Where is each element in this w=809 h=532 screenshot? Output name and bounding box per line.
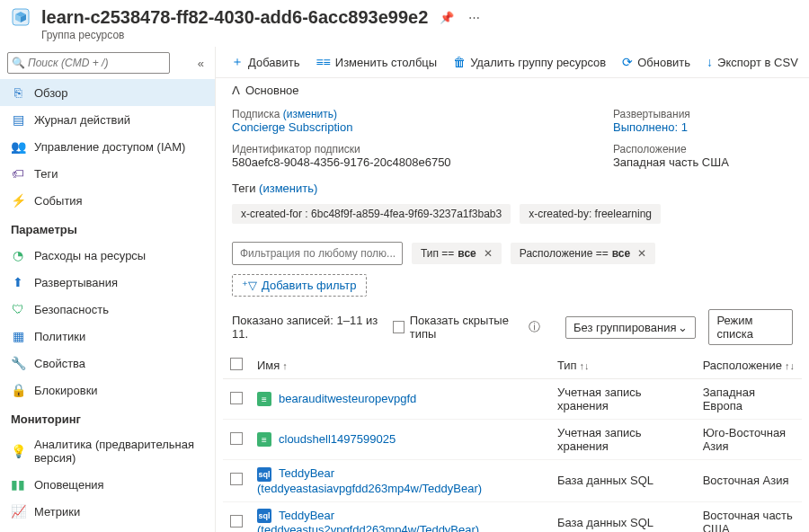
sidebar-item[interactable]: ⎘Обзор [0, 79, 215, 106]
essentials-toggle[interactable]: ᐱОсновное [232, 84, 793, 97]
sidebar-item[interactable]: ⚙Параметры диагностики [0, 525, 215, 532]
nav-section-monitoring: Мониторинг [0, 403, 215, 431]
resource-name-link[interactable]: bearauditwesteuropevpgfd [279, 392, 416, 405]
sidebar-item[interactable]: 🛡Безопасность [0, 296, 215, 323]
collapse-sidebar-icon[interactable]: « [194, 55, 208, 72]
sidebar-item[interactable]: 🔧Свойства [0, 350, 215, 377]
sidebar-item-label: Обзор [34, 86, 68, 100]
row-checkbox[interactable] [230, 432, 243, 445]
sidebar-item[interactable]: ⬆Развертывания [0, 269, 215, 296]
record-count: Показано записей: 1–11 из 11. [232, 314, 380, 341]
row-checkbox[interactable] [230, 515, 243, 528]
close-icon[interactable]: ✕ [484, 247, 493, 260]
download-icon: ↓ [707, 55, 713, 69]
filter-pill-location[interactable]: Расположение == все✕ [511, 243, 655, 264]
sidebar-item[interactable]: ⚡События [0, 187, 215, 214]
toolbar-add[interactable]: ＋Добавить [225, 50, 306, 74]
resource-location: Юго-Восточная Азия [696, 420, 802, 460]
sidebar-item-label: Аналитика (предварительная версия) [34, 438, 204, 465]
sidebar-item[interactable]: ▤Журнал действий [0, 106, 215, 133]
toolbar-edit-columns[interactable]: ≡≡Изменить столбцы [309, 51, 443, 73]
resource-type: Учетная запись хранения [550, 420, 696, 460]
sidebar-item[interactable]: ▦Политики [0, 323, 215, 350]
pin-icon[interactable]: 📌 [437, 8, 457, 27]
locks-icon: 🔒 [11, 383, 25, 397]
resource-name-link[interactable]: cloudshell1497599025 [279, 432, 396, 446]
tag-pill[interactable]: x-created-for : 6bc48f9f-a859-4fea-9f69-… [232, 204, 511, 224]
refresh-icon: ⟳ [622, 55, 633, 69]
resource-name-link[interactable]: TeddyBear (teddyeastasiavpgfdd263mp4w/Te… [257, 466, 482, 495]
row-checkbox[interactable] [230, 392, 243, 404]
sidebar-item-label: Управление доступом (IAM) [34, 140, 185, 154]
log-icon: ▤ [11, 112, 25, 127]
sidebar-item[interactable]: 👥Управление доступом (IAM) [0, 133, 215, 160]
sort-icon: ↑↓ [580, 360, 590, 371]
table-row: ≡cloudshell1497599025Учетная запись хран… [223, 420, 802, 460]
toolbar-refresh[interactable]: ⟳Обновить [616, 51, 697, 73]
subscription-id-value: 580aefc8-9048-4356-9176-20c4808e6750 [232, 155, 586, 169]
col-header-type[interactable]: Тип↑↓ [550, 352, 696, 379]
select-all-checkbox[interactable] [230, 358, 243, 370]
info-icon[interactable]: ⓘ [529, 319, 540, 335]
tags-change-link[interactable]: (изменить) [259, 182, 317, 195]
sidebar-item[interactable]: 🔒Блокировки [0, 377, 215, 403]
sidebar-item-label: Теги [34, 167, 58, 181]
sort-asc-icon: ↑ [282, 360, 288, 371]
toolbar-delete[interactable]: 🗑Удалить группу ресурсов [447, 51, 612, 73]
deployments-value[interactable]: Выполнено: 1 [613, 120, 793, 134]
table-row: ≡bearauditwesteuropevpgfdУчетная запись … [223, 379, 802, 420]
row-checkbox[interactable] [230, 473, 243, 485]
col-header-name[interactable]: Имя↑ [250, 352, 550, 379]
props-icon: 🔧 [11, 356, 25, 370]
sidebar-item-label: Блокировки [34, 384, 98, 397]
subscription-id-label: Идентификатор подписки [232, 143, 586, 155]
subscription-value[interactable]: Concierge Subscription [232, 120, 586, 134]
columns-icon: ≡≡ [316, 55, 330, 69]
sidebar-item[interactable]: 🏷Теги [0, 160, 215, 187]
view-mode-button[interactable]: Режим списка [708, 309, 793, 345]
toolbar-export-csv[interactable]: ↓Экспорт в CSV [700, 51, 805, 73]
sql-icon: sql [257, 467, 271, 482]
resource-type: Учетная запись хранения [550, 379, 696, 420]
essentials-panel: ᐱОсновное Подписка (изменить) Concierge … [216, 78, 809, 178]
cost-icon: ◔ [11, 248, 25, 262]
search-input[interactable] [7, 52, 170, 74]
sql-icon: sql [257, 509, 271, 523]
sidebar-item[interactable]: ◔Расходы на ресурсы [0, 242, 215, 269]
tag-pill[interactable]: x-created-by: freelearning [520, 204, 661, 224]
sidebar-item[interactable]: 📈Метрики [0, 498, 215, 525]
deployments-label: Развертывания [613, 108, 793, 120]
sidebar-item-label: События [34, 194, 83, 208]
col-header-location[interactable]: Расположение↑↓ [696, 352, 802, 379]
sort-icon: ↑↓ [785, 360, 795, 371]
tags-label: Теги [232, 182, 255, 195]
show-hidden-label: Показать скрытые типы [410, 314, 523, 341]
add-filter-button[interactable]: ⁺▽Добавить фильтр [232, 274, 367, 297]
sidebar-item[interactable]: ▮▮Оповещения [0, 471, 215, 498]
resource-location: Западная Европа [696, 379, 802, 420]
sidebar-item-label: Журнал действий [34, 113, 130, 127]
sidebar-item-label: Безопасность [34, 303, 109, 316]
resource-type: База данных SQL [550, 502, 696, 532]
show-hidden-checkbox[interactable] [393, 321, 404, 333]
filter-input[interactable] [232, 242, 403, 265]
location-value: Западная часть США [613, 155, 793, 169]
sidebar-item[interactable]: 💡Аналитика (предварительная версия) [0, 431, 215, 471]
sidebar-item-label: Развертывания [34, 276, 118, 289]
subscription-change-link[interactable]: (изменить) [283, 108, 337, 120]
sidebar-item-label: Политики [34, 330, 85, 343]
filter-pill-type[interactable]: Тип == все✕ [412, 243, 502, 264]
events-icon: ⚡ [11, 193, 25, 208]
tags-row: Теги (изменить) [216, 178, 809, 204]
resource-type: База данных SQL [550, 460, 696, 502]
trash-icon: 🗑 [453, 55, 466, 69]
table-row: sqlTeddyBear (teddyeastus2vpgfdd263mp4w/… [223, 502, 802, 532]
resource-group-icon [9, 5, 32, 29]
resource-location: Восточная Азия [696, 460, 802, 502]
more-icon[interactable]: ⋯ [466, 8, 483, 27]
grouping-select[interactable]: Без группирования⌄ [565, 316, 696, 339]
location-label: Расположение [613, 143, 793, 155]
close-icon[interactable]: ✕ [637, 247, 646, 260]
resource-name-link[interactable]: TeddyBear (teddyeastus2vpgfdd263mp4w/Ted… [257, 509, 479, 532]
storage-icon: ≡ [257, 392, 271, 406]
